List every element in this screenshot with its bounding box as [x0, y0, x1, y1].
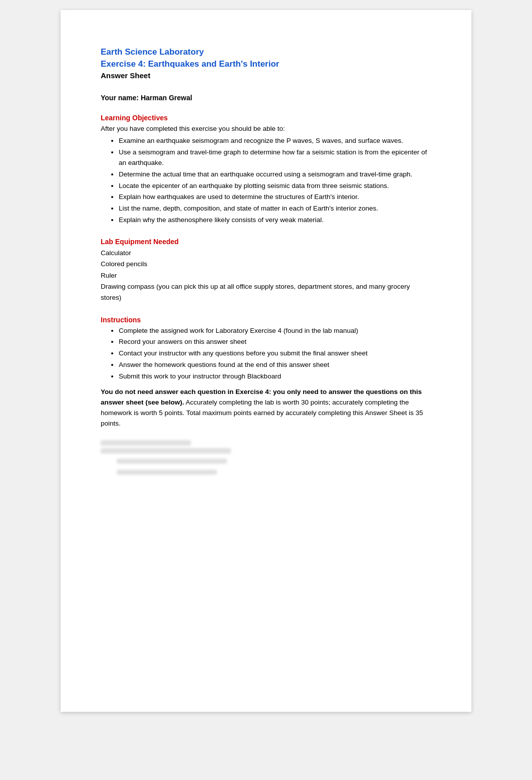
list-item: Answer the homework questions found at t…: [119, 360, 431, 370]
page: Earth Science Laboratory Exercise 4: Ear…: [61, 10, 471, 712]
equipment-item: Colored pencils: [101, 259, 431, 270]
lab-equipment-heading: Lab Equipment Needed: [101, 238, 431, 246]
list-item: Explain why the asthenosphere likely con…: [119, 215, 431, 226]
equipment-list: Calculator Colored pencils Ruler Drawing…: [101, 248, 431, 303]
list-item: Determine the actual time that an earthq…: [119, 169, 431, 180]
summary-paragraph: You do not need answer each question in …: [101, 387, 431, 429]
student-name-line: Your name: Harman Grewal: [101, 94, 431, 102]
learning-objectives-section: Learning Objectives After you have compl…: [101, 114, 431, 226]
blurred-sub-line: [117, 470, 217, 475]
list-item: Explain how earthquakes are used to dete…: [119, 192, 431, 203]
header-line1: Earth Science Laboratory: [101, 46, 431, 58]
equipment-item: Calculator: [101, 248, 431, 259]
list-item: Contact your instructor with any questio…: [119, 348, 431, 359]
list-item: Locate the epicenter of an earthquake by…: [119, 181, 431, 191]
blurred-content: [101, 440, 431, 475]
learning-objectives-intro: After you have completed this exercise y…: [101, 124, 431, 134]
header-line3: Answer Sheet: [101, 71, 431, 80]
list-item: List the name, depth, composition, and s…: [119, 204, 431, 214]
header-line2: Exercise 4: Earthquakes and Earth's Inte…: [101, 58, 431, 70]
learning-objectives-list: Examine an earthquake seismogram and rec…: [119, 136, 431, 226]
blurred-line: [101, 448, 231, 454]
student-label: Your name:: [101, 94, 139, 102]
list-item: Submit this work to your instructor thro…: [119, 371, 431, 382]
instructions-section: Instructions Complete the assigned work …: [101, 316, 431, 382]
blurred-sub-line: [117, 459, 227, 464]
equipment-item: Ruler: [101, 270, 431, 281]
instructions-list: Complete the assigned work for Laborator…: [119, 326, 431, 382]
header-block: Earth Science Laboratory Exercise 4: Ear…: [101, 46, 431, 80]
list-item: Complete the assigned work for Laborator…: [119, 326, 431, 336]
blurred-sub-block: [117, 459, 431, 475]
equipment-item: Drawing compass (you can pick this up at…: [101, 281, 431, 304]
list-item: Examine an earthquake seismogram and rec…: [119, 136, 431, 146]
instructions-heading: Instructions: [101, 316, 431, 324]
student-name: Harman Grewal: [141, 94, 192, 102]
learning-objectives-heading: Learning Objectives: [101, 114, 431, 122]
lab-equipment-section: Lab Equipment Needed Calculator Colored …: [101, 238, 431, 303]
list-item: Record your answers on this answer sheet: [119, 337, 431, 347]
blurred-line: [101, 440, 191, 446]
list-item: Use a seismogram and travel-time graph t…: [119, 147, 431, 168]
